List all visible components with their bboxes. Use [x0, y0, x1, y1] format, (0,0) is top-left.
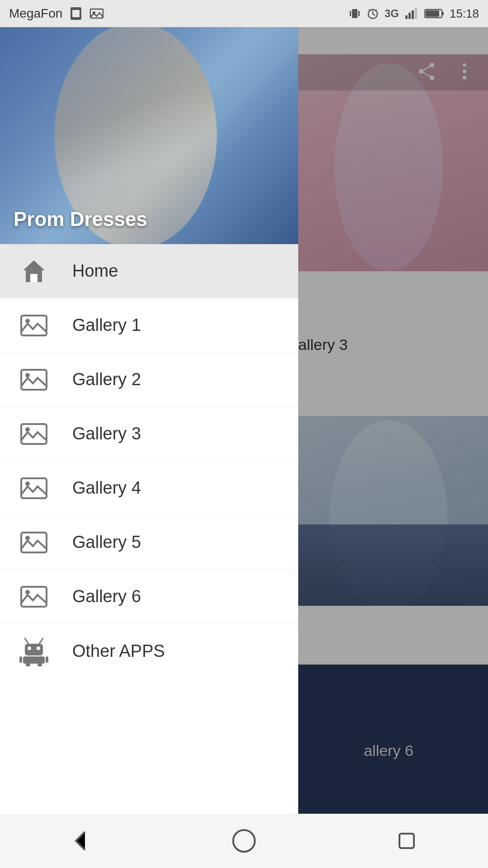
svg-rect-47 [19, 656, 22, 663]
svg-rect-28 [30, 274, 38, 282]
drawer-item-gallery6-label: Gallery 6 [72, 587, 141, 606]
drawer-item-gallery4[interactable]: Gallery 4 [0, 461, 298, 515]
vibrate-icon [348, 7, 361, 20]
svg-rect-5 [350, 11, 351, 16]
gallery1-icon [18, 310, 50, 341]
svg-rect-18 [426, 10, 439, 17]
drawer-item-home-label: Home [72, 261, 118, 281]
status-bar-left: MegaFon [9, 6, 104, 21]
photo-icon [89, 7, 104, 20]
svg-line-44 [39, 638, 43, 644]
drawer-item-gallery3-label: Gallery 3 [72, 424, 141, 443]
drawer-menu: Home Gallery 1 Gallery 2 [0, 244, 298, 814]
svg-rect-50 [38, 664, 42, 666]
home-icon [18, 255, 50, 287]
alarm-icon [366, 7, 379, 20]
drawer-item-gallery5-label: Gallery 5 [72, 533, 141, 552]
battery-icon [424, 7, 444, 20]
nav-bar [0, 814, 488, 868]
time-display: 15:18 [450, 7, 479, 21]
drawer-overlay[interactable] [298, 27, 488, 868]
gallery3-icon [18, 418, 50, 450]
svg-rect-17 [442, 12, 444, 15]
svg-rect-15 [415, 8, 417, 19]
drawer-header-title: Prom Dresses [14, 208, 147, 231]
svg-rect-14 [412, 10, 414, 19]
svg-rect-49 [26, 664, 30, 666]
drawer-item-gallery2[interactable]: Gallery 2 [0, 353, 298, 407]
drawer-item-gallery5[interactable]: Gallery 5 [0, 515, 298, 570]
carrier-name: MegaFon [9, 6, 62, 21]
home-nav-button[interactable] [221, 818, 267, 863]
drawer-header: Prom Dresses [0, 27, 298, 244]
svg-point-52 [233, 830, 255, 852]
svg-line-43 [25, 638, 28, 644]
svg-rect-4 [352, 9, 357, 18]
svg-line-9 [373, 14, 375, 15]
drawer-item-other-apps[interactable]: Other APPS [0, 624, 298, 678]
sim-icon [69, 7, 83, 20]
svg-rect-13 [408, 13, 411, 19]
svg-rect-12 [405, 15, 408, 19]
network-label: 3G [385, 7, 399, 20]
drawer-item-gallery2-label: Gallery 2 [72, 370, 141, 389]
status-bar-right: 3G 15:18 [348, 7, 479, 21]
recent-apps-button[interactable] [384, 818, 429, 863]
drawer-item-gallery1[interactable]: Gallery 1 [0, 298, 298, 353]
drawer-item-other-apps-label: Other APPS [72, 642, 165, 661]
status-bar: MegaFon 3G [0, 0, 488, 27]
svg-rect-42 [23, 656, 45, 664]
gallery2-icon [18, 364, 50, 396]
svg-rect-53 [399, 834, 414, 848]
android-icon [18, 635, 50, 667]
back-button[interactable] [59, 818, 104, 863]
svg-rect-41 [25, 644, 43, 656]
drawer-item-gallery4-label: Gallery 4 [72, 478, 141, 498]
svg-rect-48 [46, 656, 48, 663]
drawer-item-gallery1-label: Gallery 1 [72, 316, 141, 335]
drawer-item-home[interactable]: Home [0, 244, 298, 298]
svg-rect-1 [72, 10, 80, 17]
gallery4-icon [18, 472, 50, 504]
drawer-item-gallery6[interactable]: Gallery 6 [0, 570, 298, 624]
svg-point-45 [28, 646, 31, 650]
gallery6-icon [18, 581, 50, 613]
drawer-item-gallery3[interactable]: Gallery 3 [0, 407, 298, 461]
signal-icon [404, 7, 419, 20]
nav-drawer: Prom Dresses Home Gallery 1 [0, 27, 298, 868]
svg-point-46 [37, 646, 40, 650]
gallery5-icon [18, 527, 50, 558]
svg-rect-6 [358, 11, 360, 16]
